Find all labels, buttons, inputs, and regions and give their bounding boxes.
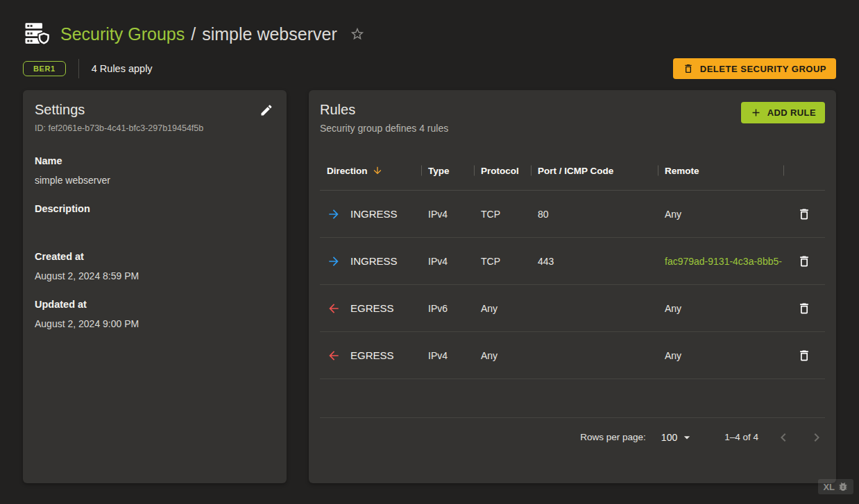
rule-remote: Any: [658, 350, 783, 361]
delete-security-group-button[interactable]: DELETE SECURITY GROUP: [673, 58, 836, 79]
rule-actions: [783, 300, 825, 317]
rules-count-text: 4 Rules apply: [92, 63, 153, 74]
arrow-left-icon: [327, 349, 341, 363]
trash-icon: [797, 207, 811, 221]
field-value-description: [35, 223, 275, 234]
rule-direction: EGRESS: [320, 349, 421, 363]
dropdown-arrow-icon: [680, 431, 694, 444]
rule-direction-label: INGRESS: [350, 208, 398, 220]
column-header-protocol[interactable]: Protocol: [474, 166, 531, 176]
chevron-right-icon: [808, 429, 825, 446]
rule-direction: INGRESS: [320, 254, 421, 268]
trash-icon: [797, 302, 811, 315]
settings-title: Settings: [35, 102, 85, 118]
delete-rule-button[interactable]: [796, 347, 813, 364]
star-icon: [350, 26, 365, 42]
add-rule-label: ADD RULE: [767, 107, 816, 118]
rule-direction: EGRESS: [320, 302, 421, 315]
column-header-direction[interactable]: Direction: [320, 165, 421, 176]
page-header: Security Groups / simple webserver: [23, 19, 365, 49]
rule-row: EGRESSIPv4AnyAny: [320, 332, 825, 379]
pencil-icon: [260, 103, 273, 117]
field-label-created-at: Created at: [35, 251, 275, 262]
breadcrumb-separator: /: [191, 24, 196, 44]
column-header-remote[interactable]: Remote: [658, 166, 783, 176]
rule-remote: Any: [658, 303, 783, 314]
column-header-type[interactable]: Type: [421, 166, 474, 176]
rule-direction: INGRESS: [320, 207, 421, 221]
breadcrumb-section-link[interactable]: Security Groups: [60, 24, 185, 44]
plus-icon: [750, 107, 762, 119]
rule-protocol: Any: [474, 350, 531, 361]
rules-panel: Rules Security group defines 4 rules ADD…: [309, 90, 836, 483]
rule-protocol: Any: [474, 303, 531, 314]
rule-type: IPv6: [421, 303, 474, 314]
rules-subtitle: Security group defines 4 rules: [320, 123, 448, 134]
security-group-id: ID: fef2061e-b73b-4c41-bfc3-297b19454f5b: [35, 123, 275, 133]
rows-per-page-select[interactable]: 100: [661, 431, 694, 444]
rule-port: 80: [531, 209, 658, 220]
field-value-name: simple webserver: [35, 175, 275, 186]
rules-table-header: Direction Type Protocol Port / ICMP Code…: [320, 151, 825, 191]
trash-icon: [797, 254, 811, 268]
page-title: simple webserver: [202, 24, 337, 44]
rule-row: INGRESSIPv4TCP80Any: [320, 191, 825, 238]
edit-settings-button[interactable]: [258, 102, 275, 119]
rule-protocol: TCP: [474, 256, 531, 267]
rules-table: Direction Type Protocol Port / ICMP Code…: [320, 151, 825, 456]
rule-port: 443: [531, 256, 658, 267]
rule-protocol: TCP: [474, 209, 531, 220]
settings-fields: Name simple webserver Description Create…: [35, 155, 275, 329]
divider: [78, 59, 79, 78]
field-value-created-at: August 2, 2024 8:59 PM: [35, 270, 275, 281]
pagination-range: 1–4 of 4: [724, 432, 758, 442]
chevron-left-icon: [775, 429, 792, 446]
add-rule-button[interactable]: ADD RULE: [741, 102, 825, 123]
sort-arrow-down-icon: [372, 165, 383, 176]
favorite-star-button[interactable]: [350, 26, 365, 42]
previous-page-button[interactable]: [775, 429, 792, 446]
delete-rule-button[interactable]: [796, 300, 813, 317]
header-meta: BER1 4 Rules apply: [23, 60, 153, 78]
debug-badge-label: XL: [823, 482, 835, 492]
delete-rule-button[interactable]: [796, 253, 813, 270]
delete-button-label: DELETE SECURITY GROUP: [700, 64, 826, 74]
rule-type: IPv4: [421, 256, 474, 267]
rows-per-page-label: Rows per page:: [580, 432, 646, 442]
arrow-right-icon: [327, 207, 341, 221]
breadcrumb: Security Groups / simple webserver: [60, 24, 337, 44]
rule-direction-label: EGRESS: [350, 302, 394, 314]
rule-remote: Any: [658, 209, 783, 220]
rule-direction-label: INGRESS: [350, 255, 398, 267]
bug-icon: [837, 481, 849, 492]
trash-icon: [797, 349, 811, 363]
arrow-right-icon: [327, 254, 341, 268]
table-pagination: Rows per page: 100 1–4 of 4: [320, 418, 825, 456]
rules-table-body: INGRESSIPv4TCP80AnyINGRESSIPv4TCP443fac9…: [320, 191, 825, 379]
settings-panel: Settings ID: fef2061e-b73b-4c41-bfc3-297…: [23, 90, 287, 483]
trash-icon: [683, 63, 694, 74]
rule-actions: [783, 253, 825, 270]
rule-row: EGRESSIPv6AnyAny: [320, 285, 825, 332]
field-label-updated-at: Updated at: [35, 299, 275, 310]
security-groups-icon: [23, 19, 52, 49]
table-empty-row: [320, 379, 825, 418]
rule-type: IPv4: [421, 209, 474, 220]
field-label-description: Description: [35, 203, 275, 214]
field-label-name: Name: [35, 155, 275, 166]
region-badge: BER1: [23, 61, 66, 76]
screen-size-debug-badge: XL: [818, 479, 853, 494]
rule-actions: [783, 206, 825, 223]
rules-title: Rules: [320, 102, 448, 118]
rule-type: IPv4: [421, 350, 474, 361]
delete-rule-button[interactable]: [796, 206, 813, 223]
column-header-port[interactable]: Port / ICMP Code: [531, 166, 658, 176]
next-page-button[interactable]: [808, 429, 825, 446]
rule-direction-label: EGRESS: [350, 349, 394, 361]
rule-remote[interactable]: fac979ad-9131-4c3a-8bb5-: [658, 256, 783, 267]
rule-row: INGRESSIPv4TCP443fac979ad-9131-4c3a-8bb5…: [320, 238, 825, 285]
arrow-left-icon: [327, 302, 341, 315]
security-group-detail-page: Security Groups / simple webserver BER1 …: [0, 0, 859, 504]
rule-actions: [783, 347, 825, 364]
field-value-updated-at: August 2, 2024 9:00 PM: [35, 318, 275, 329]
